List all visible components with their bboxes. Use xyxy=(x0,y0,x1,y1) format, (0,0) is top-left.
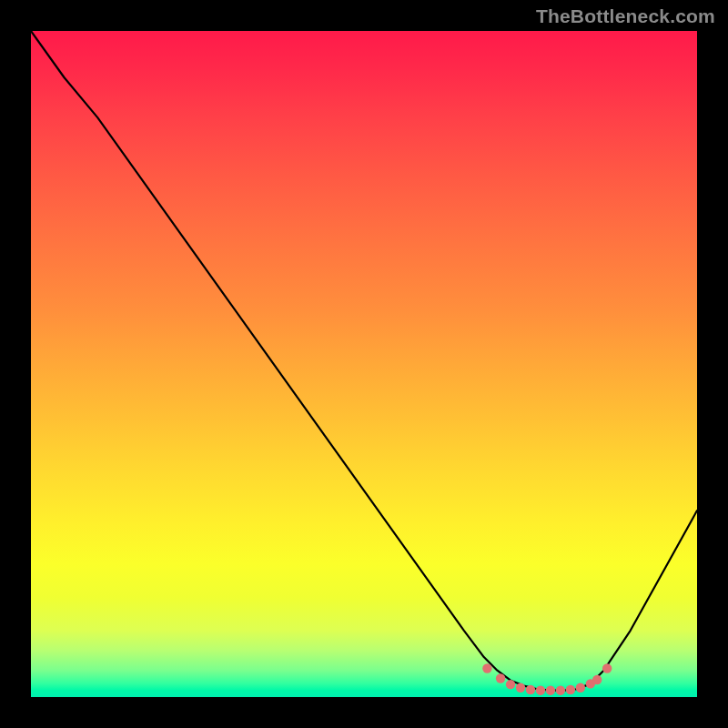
curve-line xyxy=(31,31,697,691)
svg-point-1 xyxy=(496,673,505,682)
svg-point-9 xyxy=(576,683,585,693)
svg-point-3 xyxy=(516,683,525,693)
svg-point-8 xyxy=(566,685,575,694)
svg-point-4 xyxy=(526,685,535,694)
svg-point-7 xyxy=(556,685,565,694)
chart-container: TheBottleneck.com xyxy=(0,0,728,728)
svg-point-2 xyxy=(506,680,515,689)
svg-point-0 xyxy=(482,663,491,672)
svg-point-6 xyxy=(546,685,555,694)
svg-point-11 xyxy=(592,675,602,684)
valley-dots xyxy=(482,663,612,695)
chart-svg xyxy=(31,31,697,697)
svg-point-12 xyxy=(602,663,612,672)
svg-point-5 xyxy=(536,685,545,694)
watermark: TheBottleneck.com xyxy=(536,5,715,27)
plot-area xyxy=(31,31,697,697)
